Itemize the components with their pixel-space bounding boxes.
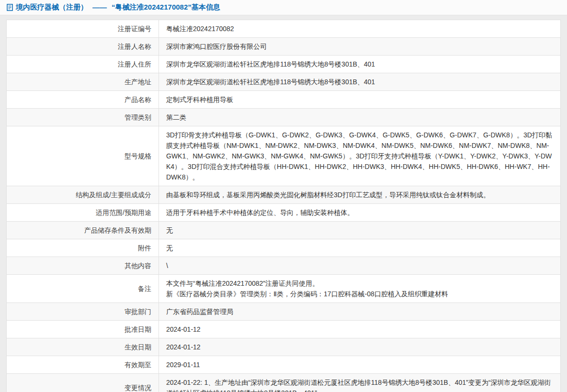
table-row: 生产地址 深圳市龙华区观湖街道松轩社区虎地排118号锦绣大地8号楼301B、40… bbox=[7, 73, 561, 91]
page-category: 境内医疗器械（注册） bbox=[16, 3, 88, 12]
row-value: 深圳市家鸿口腔医疗股份有限公司 bbox=[159, 38, 561, 56]
table-row: 注册人名称 深圳市家鸿口腔医疗股份有限公司 bbox=[7, 38, 561, 56]
row-value: 第二类 bbox=[159, 109, 561, 126]
title-separator: —— bbox=[92, 3, 107, 11]
table-row: 批准日期 2024-01-12 bbox=[7, 321, 561, 338]
row-label: 备注 bbox=[7, 275, 159, 303]
row-label: 注册人名称 bbox=[7, 38, 159, 56]
row-label: 产品名称 bbox=[7, 91, 159, 109]
table-row: 变更情况 2024-01-22: 1、生产地址由“深圳市龙华区观湖街道松元厦社区… bbox=[7, 374, 561, 392]
row-label: 生效日期 bbox=[7, 338, 159, 356]
row-value: 定制式牙科种植用导板 bbox=[159, 91, 561, 109]
row-value: 本文件与“粤械注准20242170082”注册证共同使用。 新《医疗器械分类目录… bbox=[159, 275, 561, 303]
table-row: 产品储存条件及有效期 无 bbox=[7, 222, 561, 239]
document-icon bbox=[7, 4, 13, 11]
row-label: 注册人住所 bbox=[7, 56, 159, 73]
row-label: 适用范围/预期用途 bbox=[7, 204, 159, 222]
row-value: 2024-01-12 bbox=[159, 321, 561, 338]
row-label: 附件 bbox=[7, 239, 159, 257]
table-row: 型号规格 3D打印骨支持式种植导板（G-DWK1、G-DWK2、G-DWK3、G… bbox=[7, 126, 561, 186]
row-value: 深圳市龙华区观湖街道松轩社区虎地排118号锦绣大地8号楼301B、401 bbox=[159, 56, 561, 73]
table-row: 审批部门 广东省药品监督管理局 bbox=[7, 303, 561, 321]
table-row: 备注 本文件与“粤械注准20242170082”注册证共同使用。 新《医疗器械分… bbox=[7, 275, 561, 303]
table-row: 附件 无 bbox=[7, 239, 561, 257]
row-label: 批准日期 bbox=[7, 321, 159, 338]
row-label: 有效期至 bbox=[7, 356, 159, 374]
row-label: 审批部门 bbox=[7, 303, 159, 321]
table-row: 结构及组成/主要组成成分 由基板和导环组成，基板采用丙烯酸类光固化树脂材料经3D… bbox=[7, 186, 561, 204]
table-row: 注册人住所 深圳市龙华区观湖街道松轩社区虎地排118号锦绣大地8号楼301B、4… bbox=[7, 56, 561, 73]
row-value: 无 bbox=[159, 222, 561, 239]
row-label: 生产地址 bbox=[7, 73, 159, 91]
row-value: \ bbox=[159, 257, 561, 275]
info-table-wrap: 注册证编号 粤械注准20242170082 注册人名称 深圳市家鸿口腔医疗股份有… bbox=[6, 20, 561, 392]
table-row: 生效日期 2024-01-12 bbox=[7, 338, 561, 356]
table-row: 管理类别 第二类 bbox=[7, 109, 561, 126]
row-value: 适用于牙科种植手术中种植体的定位、导向，辅助安装种植体。 bbox=[159, 204, 561, 222]
table-row: 适用范围/预期用途 适用于牙科种植手术中种植体的定位、导向，辅助安装种植体。 bbox=[7, 204, 561, 222]
row-label: 型号规格 bbox=[7, 126, 159, 186]
row-value: 2024-01-22: 1、生产地址由“深圳市龙华区观湖街道松元厦社区虎地排11… bbox=[159, 374, 561, 392]
row-value: 无 bbox=[159, 239, 561, 257]
row-label: 产品储存条件及有效期 bbox=[7, 222, 159, 239]
row-value: 深圳市龙华区观湖街道松轩社区虎地排118号锦绣大地8号楼301B、401 bbox=[159, 73, 561, 91]
row-value: 2029-01-11 bbox=[159, 356, 561, 374]
row-value: 由基板和导环组成，基板采用丙烯酸类光固化树脂材料经3D打印工艺成型，导环采用纯钛… bbox=[159, 186, 561, 204]
table-row: 产品名称 定制式牙科种植用导板 bbox=[7, 91, 561, 109]
row-label: 其他内容 bbox=[7, 257, 159, 275]
row-label: 注册证编号 bbox=[7, 20, 159, 38]
row-value: 广东省药品监督管理局 bbox=[159, 303, 561, 321]
table-row: 有效期至 2029-01-11 bbox=[7, 356, 561, 374]
info-table: 注册证编号 粤械注准20242170082 注册人名称 深圳市家鸿口腔医疗股份有… bbox=[6, 20, 561, 392]
row-value: 2024-01-12 bbox=[159, 338, 561, 356]
page-title: “粤械注准20242170082”基本信息 bbox=[112, 3, 220, 12]
row-label: 变更情况 bbox=[7, 374, 159, 392]
row-value: 粤械注准20242170082 bbox=[159, 20, 561, 38]
table-row: 其他内容 \ bbox=[7, 257, 561, 275]
table-row: 注册证编号 粤械注准20242170082 bbox=[7, 20, 561, 38]
row-value: 3D打印骨支持式种植导板（G-DWK1、G-DWK2、G-DWK3、G-DWK4… bbox=[159, 126, 561, 186]
row-label: 管理类别 bbox=[7, 109, 159, 126]
page-header: 境内医疗器械（注册） —— “粤械注准20242170082”基本信息 bbox=[0, 0, 567, 15]
info-table-body: 注册证编号 粤械注准20242170082 注册人名称 深圳市家鸿口腔医疗股份有… bbox=[7, 20, 561, 392]
row-label: 结构及组成/主要组成成分 bbox=[7, 186, 159, 204]
